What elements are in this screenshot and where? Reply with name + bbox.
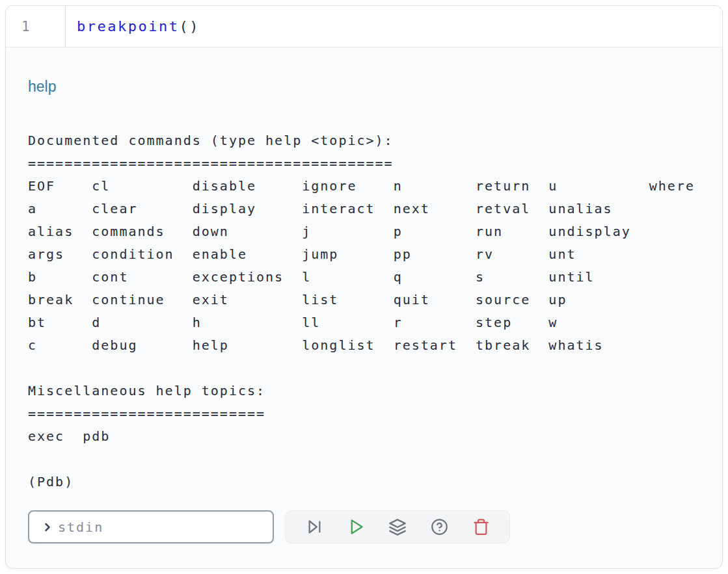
help-button[interactable] xyxy=(422,514,456,540)
stdin-input[interactable] xyxy=(58,519,265,535)
step-button[interactable] xyxy=(297,514,331,540)
layers-icon xyxy=(388,518,407,536)
python-runner-widget: 1 breakpoint() help Documented commands … xyxy=(5,5,723,569)
echoed-command: help xyxy=(28,77,700,96)
pdb-help-output: Documented commands (type help <topic>):… xyxy=(28,129,700,493)
code-line[interactable]: breakpoint() xyxy=(66,6,722,47)
help-circle-icon xyxy=(431,518,448,536)
toolbar xyxy=(285,510,510,543)
delete-button[interactable] xyxy=(464,514,498,540)
code-token-parens: () xyxy=(179,18,200,34)
trash-icon xyxy=(472,518,490,536)
stdin-input-box[interactable] xyxy=(28,510,274,543)
controls-row xyxy=(28,510,700,543)
code-editor-header: 1 breakpoint() xyxy=(6,6,722,47)
stack-button[interactable] xyxy=(381,514,414,540)
code-token-function: breakpoint xyxy=(77,18,179,34)
skip-forward-icon xyxy=(306,518,323,536)
line-number: 1 xyxy=(6,19,31,34)
chevron-right-icon xyxy=(41,521,54,534)
play-icon xyxy=(347,518,365,536)
console-output-area: help Documented commands (type help <top… xyxy=(6,77,722,543)
line-number-gutter: 1 xyxy=(6,6,66,47)
run-button[interactable] xyxy=(339,514,373,540)
